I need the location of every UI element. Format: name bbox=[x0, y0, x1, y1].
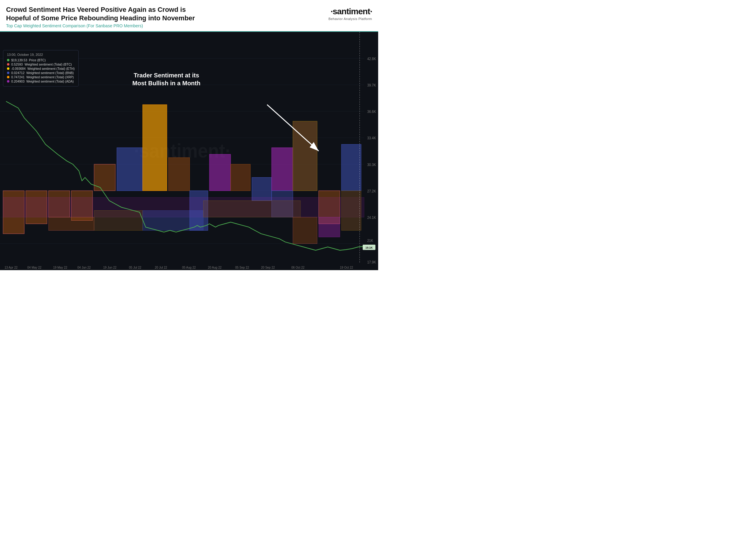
tooltip-color-ws-xrp bbox=[7, 76, 9, 78]
svg-text:06 Oct 22: 06 Oct 22 bbox=[291, 266, 305, 269]
svg-rect-33 bbox=[293, 217, 317, 244]
tooltip-color-ws-btc bbox=[7, 63, 9, 66]
svg-text:42.8K: 42.8K bbox=[367, 57, 376, 61]
header-left: Crowd Sentiment Has Veered Positive Agai… bbox=[6, 5, 328, 28]
svg-rect-23 bbox=[272, 148, 293, 191]
tooltip-row-ws-xrp: 0.747241 Weighted sentiment (Total) (XRP… bbox=[7, 75, 75, 79]
brand-tagline: Behavior Analysis Platform bbox=[328, 17, 372, 21]
brand-dot-left: · bbox=[331, 7, 333, 16]
svg-text:27.2K: 27.2K bbox=[367, 189, 376, 193]
tooltip-label-ws-xrp: Weighted sentiment (Total) (XRP) bbox=[26, 75, 74, 79]
svg-text:04 May 22: 04 May 22 bbox=[27, 266, 42, 269]
tooltip-label-ws-bnb: Weighted sentiment (Total) (BNB) bbox=[26, 71, 74, 75]
svg-text:19 May 22: 19 May 22 bbox=[53, 266, 67, 269]
svg-text:39.7K: 39.7K bbox=[367, 83, 376, 87]
tooltip-row-ws-bnb: 0.024712 Weighted sentiment (Total) (BNB… bbox=[7, 71, 75, 75]
svg-text:05 Sep 22: 05 Sep 22 bbox=[235, 266, 249, 269]
main-title: Crowd Sentiment Has Veered Positive Agai… bbox=[6, 5, 200, 22]
tooltip-value-ws-bnb: 0.024712 bbox=[11, 71, 25, 75]
svg-text:19.1K: 19.1K bbox=[365, 246, 373, 249]
svg-rect-16 bbox=[117, 148, 143, 191]
tooltip-row-ws-ada: 0.204903 Weighted sentiment (Total) (ADA… bbox=[7, 80, 75, 83]
tooltip-color-ws-ada bbox=[7, 80, 9, 83]
svg-rect-18 bbox=[168, 158, 190, 191]
svg-rect-35 bbox=[319, 217, 340, 237]
brand-name: ·santiment· bbox=[331, 7, 372, 16]
tooltip-value-ws-ada: 0.204903 bbox=[11, 80, 25, 83]
chart-container: B Price (BTC) ✕ B 🔒 Weighted sentiment (… bbox=[0, 32, 378, 270]
svg-text:20 Sep 22: 20 Sep 22 bbox=[261, 266, 275, 269]
svg-text:13 Apr 22: 13 Apr 22 bbox=[5, 266, 18, 269]
svg-text:05 Aug 22: 05 Aug 22 bbox=[182, 266, 196, 269]
svg-text:30.3K: 30.3K bbox=[367, 163, 376, 167]
svg-text:17.9K: 17.9K bbox=[367, 260, 376, 264]
tooltip-color-ws-bnb bbox=[7, 72, 9, 74]
svg-text:33.4K: 33.4K bbox=[367, 136, 376, 140]
svg-text:05 Jul 22: 05 Jul 22 bbox=[129, 266, 141, 269]
sub-title: Top Cap Weighted Sentiment Comparison (F… bbox=[6, 23, 328, 28]
svg-text:19 Oct 22: 19 Oct 22 bbox=[340, 266, 353, 269]
svg-text:20 Jul 22: 20 Jul 22 bbox=[155, 266, 167, 269]
svg-rect-32 bbox=[49, 217, 94, 231]
tooltip-date: 13:00, October 19, 2022 bbox=[7, 53, 75, 56]
svg-rect-27 bbox=[341, 144, 361, 191]
tooltip-value-ws-xrp: 0.747241 bbox=[11, 75, 25, 79]
tooltip-value-ws-eth: -0.093684 bbox=[11, 67, 25, 70]
chart-tooltip: 13:00, October 19, 2022 $19,139.53 Price… bbox=[3, 50, 79, 87]
svg-text:04 Jun 22: 04 Jun 22 bbox=[77, 266, 91, 269]
svg-rect-20 bbox=[209, 154, 231, 191]
svg-rect-15 bbox=[94, 164, 115, 191]
brand: ·santiment· Behavior Analysis Platform bbox=[328, 5, 372, 21]
tooltip-label-price-btc: Price (BTC) bbox=[29, 58, 46, 62]
page-header: Crowd Sentiment Has Veered Positive Agai… bbox=[0, 0, 378, 32]
tooltip-color-price-btc bbox=[7, 59, 9, 61]
svg-rect-21 bbox=[231, 164, 250, 191]
tooltip-label-ws-ada: Weighted sentiment (Total) (ADA) bbox=[26, 80, 74, 83]
tooltip-label-ws-eth: Weighted sentiment (Total) (ETH) bbox=[27, 67, 75, 70]
svg-rect-17 bbox=[143, 105, 167, 191]
tooltip-label-ws-btc: Weighted sentiment (Total) (BTC) bbox=[25, 63, 72, 66]
chart-area[interactable]: ·santiment· bbox=[0, 32, 378, 270]
tooltip-value-ws-btc: 0.52593 bbox=[11, 63, 23, 66]
svg-rect-29 bbox=[94, 211, 143, 230]
tooltip-value-price-btc: $19,139.53 bbox=[11, 58, 27, 62]
tooltip-row-ws-eth: -0.093684 Weighted sentiment (Total) (ET… bbox=[7, 67, 75, 70]
svg-text:19 Jun 22: 19 Jun 22 bbox=[103, 266, 117, 269]
tooltip-row-ws-btc: 0.52593 Weighted sentiment (Total) (BTC) bbox=[7, 63, 75, 66]
svg-text:36.6K: 36.6K bbox=[367, 110, 376, 114]
svg-rect-34 bbox=[341, 191, 361, 230]
tooltip-color-ws-eth bbox=[7, 67, 9, 70]
svg-rect-22 bbox=[252, 178, 272, 201]
svg-text:24.1K: 24.1K bbox=[367, 216, 376, 220]
svg-rect-31 bbox=[203, 201, 300, 217]
tooltip-row-price-btc: $19,139.53 Price (BTC) bbox=[7, 58, 75, 62]
svg-text:21K: 21K bbox=[367, 239, 373, 243]
brand-dot-right: · bbox=[370, 7, 372, 16]
svg-text:20 Aug 22: 20 Aug 22 bbox=[208, 266, 222, 269]
